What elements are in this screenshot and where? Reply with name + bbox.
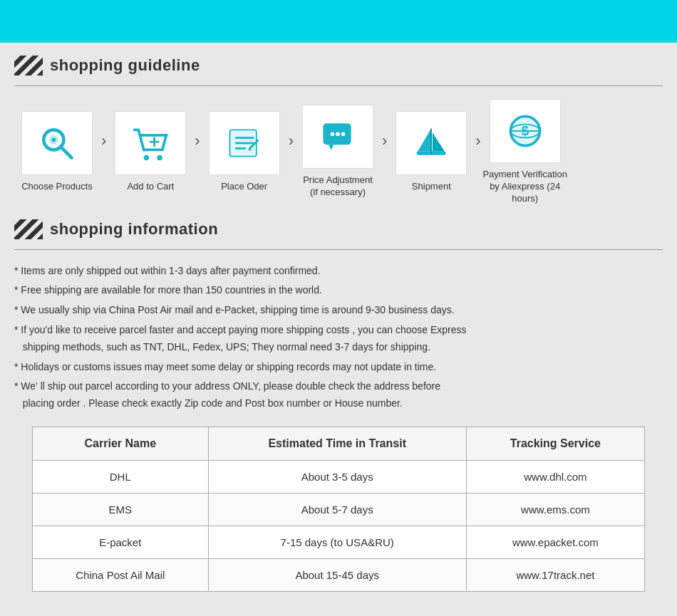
svg-point-17 — [341, 132, 346, 137]
info-line-4: * If you'd like to receive parcel faster… — [14, 322, 663, 356]
order-icon — [224, 123, 264, 163]
table-cell-0-1: About 3-5 days — [208, 461, 466, 494]
table-cell-2-2: www.epacket.com — [466, 526, 644, 559]
step-payment-verification: $ Payment Verificationby Aliexpress (24 … — [482, 99, 568, 205]
svg-marker-19 — [418, 128, 432, 151]
info-line-2: * Free shipping are available for more t… — [14, 282, 663, 299]
step-label-payment-verification: Payment Verificationby Aliexpress (24 ho… — [482, 169, 568, 205]
table-header-carrier: Carrier Name — [33, 427, 209, 461]
step-icon-price-adjustment — [302, 105, 373, 169]
arrow-2: › — [195, 132, 200, 172]
svg-point-15 — [331, 132, 335, 137]
table-header-transit: Estimated Time in Transit — [208, 427, 466, 461]
table-cell-1-1: About 5-7 days — [208, 494, 466, 526]
table-row: E-packet7-15 days (to USA&RU)www.epacket… — [33, 526, 645, 559]
table-cell-3-1: About 15-45 days — [208, 559, 466, 592]
search-icon — [37, 123, 77, 163]
header-stripe — [14, 56, 43, 75]
info-line-6: * We' ll ship out parcel according to yo… — [14, 378, 663, 412]
ship-icon — [411, 123, 451, 163]
step-label-choose-products: Choose Products — [21, 181, 93, 193]
arrow-3: › — [289, 132, 294, 172]
table-row: DHLAbout 3-5 dayswww.dhl.com — [33, 461, 645, 494]
arrow-1: › — [101, 132, 106, 172]
svg-point-5 — [157, 155, 162, 160]
table-header-row: Carrier Name Estimated Time in Transit T… — [33, 427, 645, 461]
info-stripe — [14, 219, 43, 239]
svg-marker-20 — [433, 132, 445, 151]
carrier-table-body: DHLAbout 3-5 dayswww.dhl.comEMSAbout 5-7… — [33, 461, 645, 592]
step-label-place-order: Place Oder — [221, 181, 267, 193]
chat-icon — [318, 117, 358, 157]
table-cell-1-0: EMS — [33, 494, 209, 526]
guideline-header: shopping guideline — [14, 56, 663, 75]
table-row: EMSAbout 5-7 dayswww.ems.com — [33, 494, 645, 526]
top-bar — [0, 0, 677, 43]
arrow-5: › — [475, 132, 480, 172]
payment-icon: $ — [505, 111, 545, 151]
step-add-to-cart: Add to Cart — [108, 111, 193, 193]
guideline-title: shopping guideline — [50, 56, 200, 75]
step-label-shipment: Shipment — [412, 181, 451, 193]
step-icon-add-to-cart — [115, 111, 186, 175]
step-icon-shipment — [396, 111, 467, 175]
step-place-order: Place Oder — [202, 111, 287, 193]
cart-icon — [130, 123, 170, 163]
table-header-tracking: Tracking Service — [466, 427, 644, 461]
arrow-4: › — [382, 132, 387, 172]
information-header: shopping information — [14, 219, 663, 239]
information-section: * Items are only shipped out within 1-3 … — [14, 263, 663, 412]
info-line-1: * Items are only shipped out within 1-3 … — [14, 263, 663, 280]
steps-container: Choose Products › Add to Cart › — [14, 99, 663, 205]
table-cell-0-2: www.dhl.com — [466, 461, 644, 494]
step-label-price-adjustment: Price Adjustment(if necessary) — [303, 174, 373, 199]
svg-marker-18 — [329, 145, 334, 150]
table-cell-3-0: China Post Ail Mail — [33, 559, 209, 592]
info-line-3: * We usually ship via China Post Air mai… — [14, 302, 663, 319]
table-cell-0-0: DHL — [33, 461, 209, 494]
step-shipment: Shipment — [388, 111, 474, 193]
svg-point-3 — [52, 137, 56, 142]
table-cell-2-0: E-packet — [33, 526, 209, 559]
table-row: China Post Ail MailAbout 15-45 dayswww.1… — [33, 559, 645, 592]
step-label-add-to-cart: Add to Cart — [127, 181, 174, 193]
svg-point-16 — [336, 132, 340, 137]
step-price-adjustment: Price Adjustment(if necessary) — [295, 105, 381, 199]
step-choose-products: Choose Products — [14, 111, 100, 193]
guideline-divider — [14, 85, 663, 86]
table-cell-1-2: www.ems.com — [466, 494, 644, 526]
information-title: shopping information — [50, 220, 218, 239]
svg-line-2 — [61, 147, 72, 157]
step-icon-place-order — [209, 111, 280, 175]
table-cell-2-1: 7-15 days (to USA&RU) — [208, 526, 466, 559]
svg-point-4 — [144, 155, 149, 160]
table-cell-3-2: www.17track.net — [466, 559, 644, 592]
information-divider — [14, 249, 663, 250]
step-icon-payment-verification: $ — [490, 99, 561, 163]
step-icon-choose-products — [21, 111, 93, 175]
carrier-table: Carrier Name Estimated Time in Transit T… — [32, 427, 645, 592]
info-line-5: * Holidays or customs issues may meet so… — [14, 359, 663, 376]
